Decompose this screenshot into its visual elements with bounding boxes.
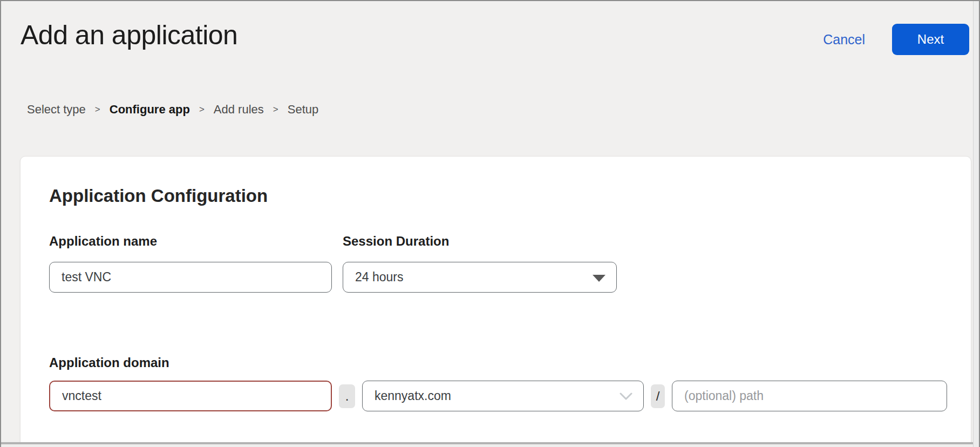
breadcrumb-step-setup[interactable]: Setup: [288, 103, 319, 117]
breadcrumb-separator: >: [199, 104, 205, 115]
dot-separator: .: [339, 384, 355, 408]
page-title: Add an application: [21, 19, 237, 51]
caret-down-icon: [593, 275, 605, 282]
window: { "header": { "title": "Add an applicati…: [0, 0, 980, 447]
breadcrumb-separator: >: [273, 104, 278, 115]
configuration-card: Application Configuration Application na…: [20, 156, 971, 447]
session-duration-value: 24 hours: [355, 270, 404, 285]
application-domain-label: Application domain: [49, 355, 971, 370]
breadcrumb: Select type > Configure app > Add rules …: [27, 103, 318, 117]
slash-separator: /: [651, 384, 665, 408]
session-duration-select[interactable]: 24 hours: [343, 262, 617, 293]
application-name-label: Application name: [49, 233, 332, 249]
cancel-button[interactable]: Cancel: [823, 32, 865, 48]
chevron-down-icon: [620, 392, 632, 401]
breadcrumb-step-add-rules[interactable]: Add rules: [214, 103, 264, 117]
breadcrumb-separator: >: [95, 104, 100, 115]
breadcrumb-step-select-type[interactable]: Select type: [27, 103, 86, 117]
breadcrumb-step-configure-app[interactable]: Configure app: [110, 103, 190, 117]
header-actions: Cancel Next: [823, 24, 969, 55]
session-duration-label: Session Duration: [343, 233, 617, 249]
window-bottom-frame: [1, 442, 979, 447]
subdomain-input[interactable]: [49, 381, 332, 411]
application-domain-row: . kennyatx.com /: [49, 381, 971, 411]
name-session-row: Application name Session Duration 24 hou…: [49, 233, 971, 293]
application-name-field: Application name: [49, 233, 332, 293]
application-name-input[interactable]: [49, 262, 332, 293]
session-duration-field: Session Duration 24 hours: [343, 233, 617, 293]
domain-select[interactable]: kennyatx.com: [362, 381, 644, 411]
next-button[interactable]: Next: [892, 24, 969, 55]
scrollbar[interactable]: [973, 1, 979, 447]
domain-select-value: kennyatx.com: [375, 389, 451, 403]
path-input[interactable]: [672, 381, 947, 411]
section-heading: Application Configuration: [49, 187, 971, 205]
